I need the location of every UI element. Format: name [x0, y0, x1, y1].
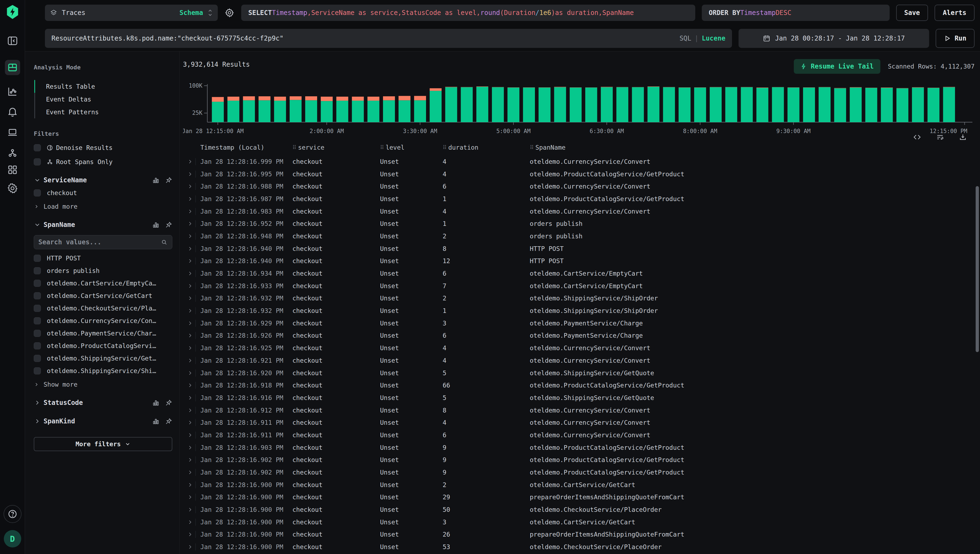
avatar[interactable]: D [4, 530, 21, 548]
resume-live-tail-button[interactable]: Resume Live Tail [794, 59, 880, 74]
table-row[interactable]: Jan 28 12:28:16.921 PM checkout Unset 4 … [183, 354, 975, 367]
expand-row-icon[interactable] [183, 330, 200, 342]
expand-row-icon[interactable] [183, 267, 200, 280]
filter-section-header-SpanKind[interactable]: SpanKind [34, 417, 172, 425]
filter-value-item[interactable]: oteldemo.ProductCatalogServi… [34, 342, 172, 349]
search-input[interactable]: ResourceAttributes.k8s.pod.name:"checkou… [45, 29, 732, 48]
expand-row-icon[interactable] [183, 379, 200, 392]
pin-icon[interactable] [165, 177, 172, 184]
checkbox[interactable] [34, 367, 41, 374]
table-row[interactable]: Jan 28 12:28:16.918 PM checkout Unset 66… [183, 379, 975, 392]
expand-row-icon[interactable] [183, 168, 200, 180]
checkbox[interactable] [34, 267, 41, 274]
select-clause-editor[interactable]: SELECT Timestamp, ServiceName as service… [241, 5, 695, 21]
checkbox[interactable] [34, 158, 41, 166]
column-header-duration[interactable]: ⠿duration [443, 144, 530, 151]
expand-row-icon[interactable] [183, 242, 200, 255]
pin-icon[interactable] [165, 399, 172, 406]
date-range-picker[interactable]: Jan 28 00:28:17 - Jan 28 12:28:17 [739, 29, 929, 48]
table-row[interactable]: Jan 28 12:28:16.900 PM checkout Unset 29… [183, 491, 975, 504]
alerts-bell-icon[interactable] [5, 104, 20, 119]
table-row[interactable]: Jan 28 12:28:16.925 PM checkout Unset 4 … [183, 342, 975, 354]
table-row[interactable]: Jan 28 12:28:16.940 PM checkout Unset 8 … [183, 242, 975, 255]
column-header-level[interactable]: ⠿level [380, 144, 443, 151]
query-settings-gear-icon[interactable] [224, 8, 235, 18]
expand-row-icon[interactable] [183, 516, 200, 529]
table-row[interactable]: Jan 28 12:28:16.983 PM checkout Unset 4 … [183, 205, 975, 218]
table-row[interactable]: Jan 28 12:28:16.912 PM checkout Unset 8 … [183, 404, 975, 417]
expand-row-icon[interactable] [183, 404, 200, 417]
expand-row-icon[interactable] [183, 180, 200, 193]
drag-handle-icon[interactable]: ⠿ [530, 144, 533, 151]
mode-sql-toggle[interactable]: SQL [679, 35, 691, 42]
expand-row-icon[interactable] [183, 392, 200, 404]
table-row[interactable]: Jan 28 12:28:16.900 PM checkout Unset 50… [183, 503, 975, 516]
table-row[interactable]: Jan 28 12:28:16.932 PM checkout Unset 1 … [183, 304, 975, 317]
table-row[interactable]: Jan 28 12:28:16.934 PM checkout Unset 6 … [183, 267, 975, 280]
table-row[interactable]: Jan 28 12:28:16.902 PM checkout Unset 9 … [183, 466, 975, 479]
table-row[interactable]: Jan 28 12:28:16.916 PM checkout Unset 5 … [183, 392, 975, 404]
table-row[interactable]: Jan 28 12:28:16.911 PM checkout Unset 6 … [183, 429, 975, 441]
expand-row-icon[interactable] [183, 205, 200, 218]
filter-value-item[interactable]: checkout [34, 189, 172, 196]
checkbox[interactable] [34, 189, 41, 196]
checkbox[interactable] [34, 355, 41, 362]
table-row[interactable]: Jan 28 12:28:16.940 PM checkout Unset 12… [183, 255, 975, 267]
filter-section-header-StatusCode[interactable]: StatusCode [34, 399, 172, 406]
expand-row-icon[interactable] [183, 304, 200, 317]
table-row[interactable]: Jan 28 12:28:16.900 PM checkout Unset 3 … [183, 516, 975, 529]
expand-row-icon[interactable] [183, 416, 200, 429]
table-row[interactable]: Jan 28 12:28:16.987 PM checkout Unset 1 … [183, 193, 975, 205]
table-row[interactable]: Jan 28 12:28:16.900 PM checkout Unset 53… [183, 541, 975, 553]
column-chart-icon[interactable] [152, 418, 159, 425]
orderby-clause-editor[interactable]: ORDER BY Timestamp DESC [702, 5, 890, 21]
expand-row-icon[interactable] [183, 441, 200, 454]
column-chart-icon[interactable] [152, 399, 159, 406]
checkbox[interactable] [34, 280, 41, 287]
table-row[interactable]: Jan 28 12:28:16.902 PM checkout Unset 9 … [183, 454, 975, 466]
filter-value-item[interactable]: oteldemo.CurrencyService/Con… [34, 317, 172, 324]
expand-row-icon[interactable] [183, 541, 200, 553]
filter-value-item[interactable]: orders publish [34, 267, 172, 274]
expand-row-icon[interactable] [183, 491, 200, 504]
analysis-mode-event-patterns[interactable]: Event Patterns [34, 105, 172, 118]
filter-value-item[interactable]: oteldemo.CheckoutService/Pla… [34, 305, 172, 312]
table-row[interactable]: Jan 28 12:28:16.933 PM checkout Unset 7 … [183, 280, 975, 292]
filter-show-more[interactable]: Show more [34, 381, 172, 388]
sessions-laptop-icon[interactable] [5, 125, 20, 140]
run-button[interactable]: Run [935, 29, 975, 48]
table-row[interactable]: Jan 28 12:28:16.920 PM checkout Unset 5 … [183, 367, 975, 379]
pin-icon[interactable] [165, 221, 172, 229]
expand-row-icon[interactable] [183, 429, 200, 441]
filter-value-item[interactable]: oteldemo.CartService/GetCart [34, 292, 172, 299]
more-filters-button[interactable]: More filters [34, 437, 172, 451]
table-row[interactable]: Jan 28 12:28:16.911 PM checkout Unset 4 … [183, 416, 975, 429]
expand-row-icon[interactable] [183, 155, 200, 168]
table-row[interactable]: Jan 28 12:28:16.926 PM checkout Unset 6 … [183, 330, 975, 342]
toggle-root-spans-only[interactable]: Root Spans Only [34, 158, 172, 166]
filter-value-item[interactable]: oteldemo.CartService/EmptyCa… [34, 280, 172, 287]
drag-handle-icon[interactable]: ⠿ [380, 144, 384, 151]
column-chart-icon[interactable] [152, 177, 159, 184]
expand-row-icon[interactable] [183, 354, 200, 367]
column-header-timestamp-local-[interactable]: Timestamp (Local) [200, 144, 292, 151]
table-row[interactable]: Jan 28 12:28:16.948 PM checkout Unset 2 … [183, 230, 975, 242]
expand-row-icon[interactable] [183, 503, 200, 516]
checkbox[interactable] [34, 317, 41, 324]
filter-value-item[interactable]: oteldemo.PaymentService/Char… [34, 330, 172, 337]
filter-search-input[interactable] [38, 238, 161, 246]
table-row[interactable]: Jan 28 12:28:16.903 PM checkout Unset 9 … [183, 441, 975, 454]
filter-section-header-ServiceName[interactable]: ServiceName [34, 176, 172, 184]
filter-section-header-SpanName[interactable]: SpanName [34, 221, 172, 229]
table-row[interactable]: Jan 28 12:28:16.999 PM checkout Unset 4 … [183, 155, 975, 168]
settings-gear-icon[interactable] [5, 181, 20, 196]
checkbox[interactable] [34, 292, 41, 299]
column-header-spanname[interactable]: ⠿SpanName [530, 144, 975, 151]
column-chart-icon[interactable] [152, 221, 159, 229]
filter-load-more[interactable]: Load more [34, 203, 172, 210]
expand-row-icon[interactable] [183, 342, 200, 354]
analysis-mode-event-deltas[interactable]: Event Deltas [34, 93, 172, 105]
download-icon[interactable] [959, 133, 967, 142]
expand-row-icon[interactable] [183, 454, 200, 466]
drag-handle-icon[interactable]: ⠿ [443, 144, 446, 151]
